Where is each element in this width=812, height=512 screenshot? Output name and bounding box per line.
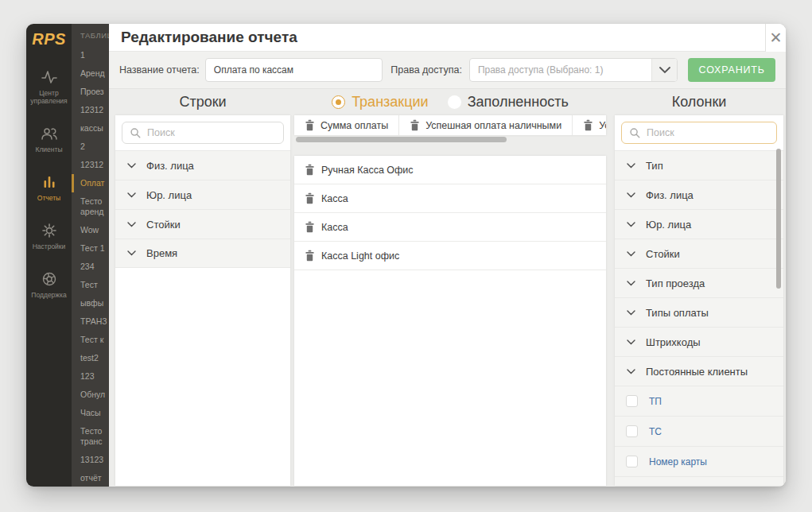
report-list-item[interactable]: 12312 [72,101,109,119]
app-window: RPS Центр управления Клиенты Отчеты Наст… [26,24,786,487]
column-option-tp[interactable]: ТП [615,386,783,416]
checkbox-unchecked-icon[interactable] [626,456,638,467]
checkbox-unchecked-icon[interactable] [626,395,638,407]
accordion-time[interactable]: Время [115,239,290,268]
accordion-ride-type[interactable]: Тип проезда [615,268,783,297]
trash-icon[interactable] [305,192,315,204]
column-option-time[interactable]: Время [615,476,783,486]
checkbox-unchecked-icon[interactable] [626,425,638,437]
sidebar-item-reports[interactable]: Отчеты [26,174,72,202]
people-icon [41,126,58,142]
radio-transactions[interactable]: Транзакции [332,89,429,115]
activity-icon [41,69,57,85]
report-list-item[interactable]: Тест 1 [72,239,109,258]
report-form-row: Название отчета: Права доступа: Права до… [109,52,786,89]
accordion-racks[interactable]: Стойки [615,239,783,268]
trash-icon[interactable] [410,119,420,131]
rows-search-input[interactable] [147,127,276,138]
columns-panel: Тип Физ. лица Юр. лица Стойки Тип проезд… [615,115,783,486]
sidebar-item-support[interactable]: Поддержка [26,271,72,299]
access-rights-dropdown[interactable]: Права доступа (Выбрано: 1) [469,58,678,82]
trash-icon[interactable] [305,250,315,262]
report-list-item[interactable]: Тест к [72,331,109,349]
report-list-item[interactable]: Аренд [72,64,109,83]
report-list-column: ТАБЛИЦ 1 Аренд Проез 12312 кассы 2 12312… [72,24,109,487]
accordion-regular-clients[interactable]: Постоянные клиенты [615,356,783,386]
trash-icon[interactable] [305,221,315,233]
report-list-item[interactable]: Обнул [72,386,109,404]
chevron-down-icon [627,369,635,374]
column-option-card-number[interactable]: Номер карты [615,446,783,476]
sidebar-item-clients[interactable]: Клиенты [26,126,72,153]
accordion-payment-types[interactable]: Типы оплаты [615,297,783,327]
radio-fullness[interactable]: Заполненность [448,89,569,115]
radio-checked-icon [332,95,345,109]
chevron-down-icon [627,192,635,198]
columns-search-input[interactable] [647,127,769,138]
sidebar-item-control-center[interactable]: Центр управления [26,69,72,105]
app-logo: RPS [32,30,66,48]
selected-row-item[interactable]: Касса [294,184,606,213]
rows-section-header: Строки [115,89,290,115]
selected-row-item[interactable]: Касса [294,213,606,242]
gear-icon [41,223,57,239]
trash-icon[interactable] [583,119,593,131]
report-list-item[interactable]: 13123 [72,451,109,469]
selected-columns-strip: Сумма оплаты Успешная оплата наличными У… [294,115,606,135]
vertical-scrollbar[interactable] [776,149,781,289]
accordion-individuals[interactable]: Физ. лица [615,180,783,209]
report-list-item[interactable]: Часы [72,404,109,422]
accordion-legal-entities[interactable]: Юр. лица [115,180,290,209]
rows-panel: Физ. лица Юр. лица Стойки Время [115,115,290,486]
report-name-input[interactable] [205,58,383,82]
columns-section-header: Колонки [615,89,783,115]
mode-radio-group: Транзакции Заполненность [294,89,606,115]
report-list-item[interactable]: Тесто аренд [72,192,109,221]
save-button[interactable]: СОХРАНИТЬ [688,58,775,82]
report-list-item[interactable]: Тест [72,276,109,294]
report-list-item[interactable]: отчёт [72,469,109,487]
selected-rows-panel: Ручная Касса Офис Касса Касса Касса Ligh… [294,156,606,486]
close-icon[interactable]: ✕ [765,24,786,52]
modal-title: Редактирование отчета [109,29,765,46]
chevron-down-icon [627,339,635,345]
report-list-item[interactable]: 2 [72,138,109,156]
accordion-racks[interactable]: Стойки [115,209,290,239]
chevron-down-icon [627,281,635,286]
chevron-down-icon[interactable] [651,59,677,81]
report-list-item[interactable]: ТРАНЗ [72,312,109,331]
report-list-item[interactable]: Тесто транс [72,422,109,451]
radio-unchecked-icon [448,95,461,109]
report-list-item[interactable]: test2 [72,349,109,367]
trash-icon[interactable] [305,164,315,176]
selected-row-item[interactable]: Ручная Касса Офис [294,156,606,184]
report-list-item-selected[interactable]: Оплат [72,174,109,192]
report-list-item[interactable]: ывфы [72,294,109,312]
selected-row-item[interactable]: Касса Light офис [294,242,606,270]
selected-column-chip[interactable]: Успеш [573,115,606,135]
selected-column-chip[interactable]: Успешная оплата наличными [399,115,573,135]
column-option-ts[interactable]: ТС [615,416,783,446]
accordion-legal-entities[interactable]: Юр. лица [615,209,783,239]
accordion-barcodes[interactable]: Штрихкоды [615,327,783,356]
report-list-item[interactable]: 234 [72,258,109,276]
modal-titlebar: Редактирование отчета ✕ [109,24,786,52]
accordion-type[interactable]: Тип [615,150,783,180]
support-icon [41,271,57,287]
horizontal-scrollbar[interactable] [296,137,604,142]
search-icon [130,127,142,139]
report-list-item[interactable]: Wow [72,221,109,239]
report-list-item[interactable]: кассы [72,119,109,138]
report-list-item[interactable]: 123 [72,367,109,386]
report-list-item[interactable]: Проез [72,83,109,101]
trash-icon[interactable] [305,119,315,131]
scrollbar-thumb[interactable] [296,137,507,142]
section-headers-row: Строки Транзакции Заполненность Колонки [109,89,786,115]
selected-column-chip[interactable]: Сумма оплаты [294,115,399,135]
accordion-individuals[interactable]: Физ. лица [115,150,290,180]
chevron-down-icon [627,222,635,227]
sidebar-item-settings[interactable]: Настройки [26,223,72,250]
chevron-down-icon [627,251,635,257]
report-list-item[interactable]: 1 [72,46,109,64]
report-list-item[interactable]: 12312 [72,156,109,174]
